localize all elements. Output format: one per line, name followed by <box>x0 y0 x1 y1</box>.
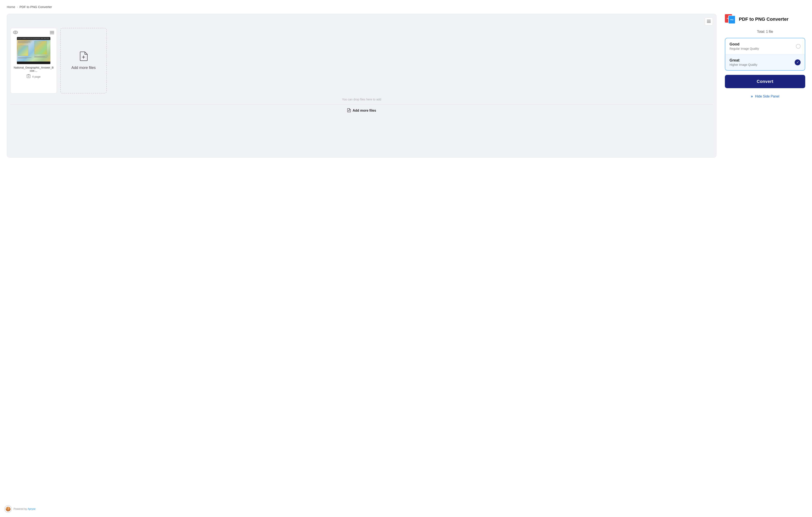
converter-title: PDF to PNG Converter <box>739 17 788 22</box>
hamburger-icon[interactable] <box>50 31 54 35</box>
breadcrumb-home[interactable]: Home <box>7 5 15 9</box>
menu-icon-button[interactable] <box>705 17 713 25</box>
breadcrumb-current: PDF to PNG Converter <box>20 5 52 9</box>
quality-good-desc: Regular Image Quality <box>729 47 759 50</box>
converter-icon-wrap: PDF PNG <box>725 14 736 25</box>
png-icon: PNG <box>728 16 735 24</box>
panel-toolbar <box>10 17 713 25</box>
svg-rect-5 <box>50 31 54 31</box>
eye-icon[interactable] <box>13 31 18 35</box>
file-pages: 4 page <box>32 75 40 78</box>
add-more-footer-label: Add more files <box>352 109 376 113</box>
check-great[interactable]: ✓ <box>795 59 801 65</box>
quality-great-name: Great <box>729 58 757 63</box>
chevrons-icon: » <box>751 94 753 98</box>
svg-rect-6 <box>50 32 54 33</box>
powered-by: Powered by Apryse <box>13 508 35 511</box>
apryse-link[interactable]: Apryse <box>28 508 35 511</box>
menu-lines-icon <box>707 20 711 23</box>
file-card: ATLAS & MERCATOR PHYSIOGRAPHIC MAP MASTE… <box>10 28 57 93</box>
add-more-footer-bar[interactable]: Add more files <box>10 105 713 116</box>
delete-icon[interactable] <box>27 74 30 79</box>
right-panel: PDF PNG PDF to PNG Converter Total: 1 fi… <box>725 14 805 100</box>
quality-option-good[interactable]: Good Regular Image Quality <box>725 38 805 54</box>
breadcrumb-separator: › <box>17 5 18 8</box>
radio-good[interactable] <box>796 44 801 49</box>
cookie-icon[interactable]: 🍪 <box>4 505 12 513</box>
file-meta: 4 page <box>13 74 54 79</box>
quality-option-great[interactable]: Great Higher Image Quality ✓ <box>725 54 805 70</box>
svg-point-4 <box>15 32 16 33</box>
map-preview: ATLAS & MERCATOR PHYSIOGRAPHIC MAP MASTE… <box>17 37 50 64</box>
add-more-label: Add more files <box>71 65 95 70</box>
svg-rect-0 <box>707 20 711 20</box>
quality-options: Good Regular Image Quality Great Higher … <box>725 38 805 70</box>
file-name: National_Geographic_Answer_Book-... <box>13 66 54 72</box>
convert-button[interactable]: Convert <box>725 75 805 88</box>
drop-hint: You can drop files here to add <box>10 98 713 101</box>
quality-great-text: Great Higher Image Quality <box>729 58 757 66</box>
quality-great-desc: Higher Image Quality <box>729 63 757 66</box>
breadcrumb: Home › PDF to PNG Converter <box>7 5 805 9</box>
converter-header: PDF PNG PDF to PNG Converter <box>725 14 805 26</box>
files-grid: ATLAS & MERCATOR PHYSIOGRAPHIC MAP MASTE… <box>10 28 713 93</box>
add-more-footer-icon <box>347 108 351 113</box>
svg-rect-7 <box>50 34 54 34</box>
quality-good-name: Good <box>729 42 759 47</box>
svg-point-3 <box>13 31 18 34</box>
total-info: Total: 1 file <box>725 30 805 34</box>
add-more-dropzone[interactable]: Add more files <box>60 28 107 93</box>
left-panel: ATLAS & MERCATOR PHYSIOGRAPHIC MAP MASTE… <box>7 14 717 157</box>
quality-good-text: Good Regular Image Quality <box>729 42 759 50</box>
svg-rect-2 <box>707 22 711 23</box>
svg-rect-8 <box>27 75 30 78</box>
add-file-icon <box>79 51 88 63</box>
main-layout: ATLAS & MERCATOR PHYSIOGRAPHIC MAP MASTE… <box>7 14 805 157</box>
svg-rect-1 <box>707 21 711 22</box>
file-card-header <box>13 31 54 35</box>
cookie-banner: 🍪 Powered by Apryse <box>4 505 35 513</box>
file-thumbnail: ATLAS & MERCATOR PHYSIOGRAPHIC MAP MASTE… <box>17 37 51 64</box>
hide-side-panel-button[interactable]: » Hide Side Panel <box>725 92 805 100</box>
hide-panel-label: Hide Side Panel <box>755 94 779 98</box>
